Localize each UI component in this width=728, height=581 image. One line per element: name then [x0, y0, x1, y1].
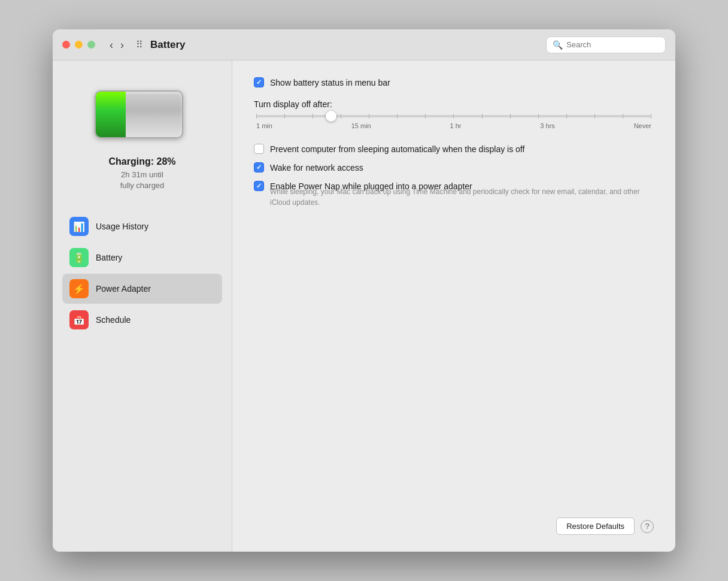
prevent-sleep-label: Prevent computer from sleeping automatic… — [270, 144, 524, 154]
sidebar-nav: 📊 Usage History 🔋 Battery ⚡ Power Adapte… — [62, 211, 222, 335]
schedule-icon: 📅 — [69, 310, 89, 329]
battery-body — [95, 90, 183, 138]
power-nap-checkbox[interactable] — [254, 181, 264, 191]
show-battery-status-row: Show battery status in menu bar — [254, 77, 654, 87]
search-icon: 🔍 — [553, 40, 563, 50]
wake-network-row: Wake for network access — [254, 162, 654, 173]
sidebar: Charging: 28% 2h 31m untilfully charged … — [53, 60, 232, 552]
show-battery-status-checkbox[interactable] — [254, 77, 264, 87]
minimize-button[interactable] — [75, 41, 83, 49]
sidebar-item-label: Usage History — [96, 222, 148, 231]
search-input[interactable] — [566, 40, 659, 49]
prevent-sleep-row: Prevent computer from sleeping automatic… — [254, 144, 654, 154]
sidebar-item-label: Battery — [96, 253, 122, 262]
show-battery-status-label: Show battery status in menu bar — [270, 78, 390, 87]
prevent-sleep-option: Prevent computer from sleeping automatic… — [254, 144, 654, 154]
prevent-sleep-checkbox[interactable] — [254, 144, 264, 154]
grid-icon[interactable]: ⠿ — [136, 39, 143, 50]
charging-label: Charging: 28% — [108, 156, 175, 167]
display-off-slider-section: Turn display off after: — [254, 99, 654, 129]
sidebar-item-usage-history[interactable]: 📊 Usage History — [62, 211, 222, 241]
search-box[interactable]: 🔍 — [546, 37, 666, 53]
close-button[interactable] — [62, 41, 70, 49]
battery-terminal — [182, 105, 183, 123]
sidebar-item-label: Power Adapter — [96, 284, 151, 293]
charging-sublabel: 2h 31m untilfully charged — [108, 170, 175, 191]
usage-history-icon: 📊 — [69, 217, 89, 236]
slider-label-15min: 15 min — [351, 122, 371, 129]
sidebar-item-battery[interactable]: 🔋 Battery — [62, 243, 222, 273]
slider-labels: 1 min 15 min 1 hr 3 hrs Never — [256, 122, 651, 129]
wake-network-checkbox[interactable] — [254, 162, 264, 173]
power-nap-option: Enable Power Nap while plugged into a po… — [254, 181, 654, 208]
slider-label-1min: 1 min — [256, 122, 272, 129]
settings-window: ‹ › ⠿ Battery 🔍 Charging: 28% 2h 31m unt… — [53, 29, 675, 552]
traffic-lights — [62, 41, 95, 49]
sidebar-item-label: Schedule — [96, 315, 131, 325]
power-adapter-icon: ⚡ — [69, 279, 89, 298]
wake-network-option: Wake for network access — [254, 162, 654, 173]
window-title: Battery — [150, 39, 539, 51]
power-nap-desc: While sleeping, your Mac can back up usi… — [270, 186, 654, 208]
slider-thumb[interactable] — [326, 111, 336, 122]
slider-track — [256, 115, 651, 117]
footer: Restore Defaults ? — [254, 512, 654, 535]
slider-label-1hr: 1 hr — [450, 122, 462, 129]
slider-label-3hrs: 3 hrs — [540, 122, 554, 129]
spacer — [254, 220, 654, 500]
charging-info: Charging: 28% 2h 31m untilfully charged — [108, 156, 175, 191]
options-group: Prevent computer from sleeping automatic… — [254, 144, 654, 208]
sidebar-item-schedule[interactable]: 📅 Schedule — [62, 305, 222, 335]
content-area: Charging: 28% 2h 31m untilfully charged … — [53, 60, 675, 552]
slider-label-never: Never — [634, 122, 651, 129]
fullscreen-button[interactable] — [87, 41, 95, 49]
wake-network-label: Wake for network access — [270, 163, 363, 173]
battery-icon: 🔋 — [69, 248, 89, 267]
main-content: Show battery status in menu bar Turn dis… — [232, 60, 675, 552]
back-button[interactable]: ‹ — [107, 38, 116, 52]
help-button[interactable]: ? — [641, 520, 654, 533]
battery-graphic — [95, 90, 190, 144]
sidebar-item-power-adapter[interactable]: ⚡ Power Adapter — [62, 274, 222, 304]
slider-container[interactable]: 1 min 15 min 1 hr 3 hrs Never — [254, 115, 654, 129]
forward-button[interactable]: › — [118, 38, 126, 52]
slider-title: Turn display off after: — [254, 99, 654, 109]
titlebar: ‹ › ⠿ Battery 🔍 — [53, 29, 675, 60]
restore-defaults-button[interactable]: Restore Defaults — [556, 518, 635, 535]
battery-fill — [96, 92, 126, 137]
nav-arrows: ‹ › — [107, 38, 126, 52]
